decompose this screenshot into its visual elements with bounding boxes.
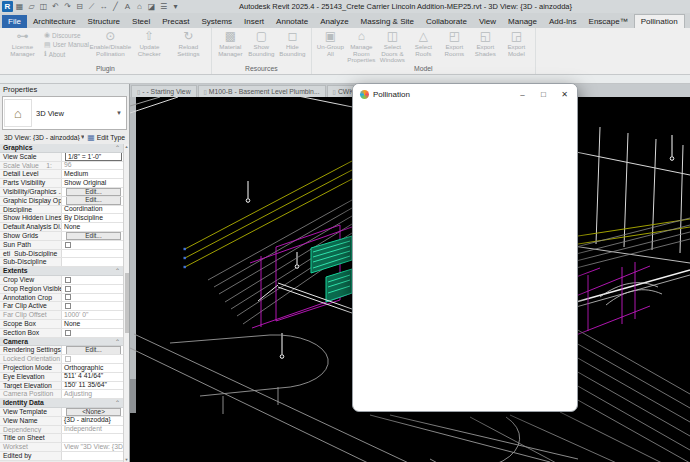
discourse-button[interactable]: ◉Discourse: [44, 31, 89, 39]
view-filter-dropdown[interactable]: 3D View: {3D - ainzodda} ▼: [2, 134, 84, 141]
export-shades-button[interactable]: ◱Export Shades: [470, 29, 501, 57]
manage-room-properties-button[interactable]: ⌂Manage Room Properties: [346, 29, 377, 64]
property-value[interactable]: Show Original: [62, 179, 123, 187]
ribbon-tab-steel[interactable]: Steel: [126, 15, 156, 28]
license-manager-button[interactable]: ⊶License Manager: [3, 29, 42, 57]
scroll-up-icon[interactable]: ▲: [125, 144, 129, 149]
measure-icon[interactable]: ⟋: [86, 1, 97, 12]
dialog-minimize-button[interactable]: –: [514, 87, 531, 102]
property-value[interactable]: Adjusting: [62, 390, 123, 398]
properties-scrollbar[interactable]: ▲ ▼: [123, 144, 129, 462]
ribbon-tab-precast[interactable]: Precast: [156, 15, 195, 28]
property-value[interactable]: 150' 11 35/64": [62, 382, 123, 390]
far-clip-active-checkbox[interactable]: [65, 303, 71, 309]
property-value[interactable]: [62, 452, 123, 460]
section-header-graphics[interactable]: Graphics⌃: [0, 144, 123, 153]
show-bounding-button[interactable]: ▢Show Bounding: [246, 29, 277, 57]
text-icon[interactable]: A: [122, 1, 133, 12]
property-value[interactable]: [62, 258, 123, 266]
locked-orientation-checkbox[interactable]: [65, 356, 71, 362]
view-tab-starting-view[interactable]: ▯- - Starting View: [131, 85, 197, 97]
model-line-icon[interactable]: ╱: [110, 1, 121, 12]
property-value[interactable]: By Discipline: [62, 214, 123, 222]
section-header-extents[interactable]: Extents⌃: [0, 267, 123, 276]
select-roofs-button[interactable]: △Select Roofs: [408, 29, 439, 57]
property-value[interactable]: 1000' 0": [62, 311, 123, 319]
window-icon[interactable]: ▦: [14, 1, 25, 12]
material-manager-button[interactable]: ▩Material Manager: [215, 29, 246, 57]
ribbon-tab-file[interactable]: File: [2, 15, 27, 28]
export-model-button[interactable]: ◲Export Model: [501, 29, 532, 57]
select-doors-windows-button[interactable]: ◫Select Doors & Windows: [377, 29, 408, 64]
ribbon-tab-systems[interactable]: Systems: [195, 15, 238, 28]
view-scale-input[interactable]: 1/8" = 1'-0": [65, 153, 122, 161]
update-checker-button[interactable]: ⇧Update Checker: [130, 29, 169, 57]
redo-icon[interactable]: ↷: [62, 1, 73, 12]
type-selector[interactable]: ⌂ 3D View ▼: [2, 96, 127, 130]
ribbon-tab-manage[interactable]: Manage: [502, 15, 543, 28]
dialog-maximize-button[interactable]: □: [535, 87, 552, 102]
view-tab-m100-b-basement-level-plumbin[interactable]: ▯M100-B - Basement Level Plumbin...: [198, 85, 326, 97]
section-icon[interactable]: ◪: [146, 1, 157, 12]
property-value[interactable]: Orthographic: [62, 364, 123, 372]
user-manual-button[interactable]: ▤User Manual: [44, 41, 89, 49]
save-icon[interactable]: ◫: [38, 1, 49, 12]
ribbon-tab-massing-site[interactable]: Massing & Site: [355, 15, 420, 28]
pollination-dialog-titlebar[interactable]: Pollination – □ ✕: [353, 84, 577, 104]
property-value[interactable]: {3D - ainzodda}: [62, 417, 123, 425]
ribbon-tab-analyze[interactable]: Analyze: [314, 15, 354, 28]
show-grids-edit-button[interactable]: Edit...: [66, 232, 121, 240]
section-header-camera[interactable]: Camera⌃: [0, 338, 123, 347]
about-button[interactable]: ℹAbout: [44, 50, 89, 58]
ribbon-tab-pollination[interactable]: Pollination: [634, 14, 685, 28]
ribbon-tab-insert[interactable]: Insert: [238, 15, 270, 28]
ribbon-tab-view[interactable]: View: [473, 15, 502, 28]
property-value[interactable]: 96: [62, 162, 123, 170]
property-value[interactable]: [62, 250, 123, 258]
section-box-checkbox[interactable]: [65, 330, 71, 336]
open-icon[interactable]: ▱: [26, 1, 37, 12]
property-value[interactable]: None: [62, 223, 123, 231]
annotation-crop-checkbox[interactable]: [65, 294, 71, 300]
property-value[interactable]: Medium: [62, 170, 123, 178]
property-value[interactable]: None: [62, 320, 123, 328]
visibility-graphics-edit-button[interactable]: Edit...: [66, 188, 121, 196]
view-template-edit-button[interactable]: <None>: [66, 408, 121, 416]
un-group-all-button[interactable]: ▣Un-Group All: [315, 29, 346, 57]
sun-path-checkbox[interactable]: [65, 242, 71, 248]
ribbon-tab-enscape[interactable]: Enscape™: [583, 15, 634, 28]
scrollbar-thumb[interactable]: [125, 273, 129, 333]
property-value[interactable]: 511' 4 41/64": [62, 373, 123, 381]
qat-customize-chevron[interactable]: ▾: [170, 1, 181, 12]
property-row-view-scale: View Scale1/8" = 1'-0": [0, 153, 123, 162]
property-value[interactable]: View "3D View: {3D -...: [62, 443, 123, 451]
ribbon-tab-collaborate[interactable]: Collaborate: [420, 15, 473, 28]
ribbon-tab-structure[interactable]: Structure: [82, 15, 126, 28]
export-rooms-button[interactable]: ◰Export Rooms: [439, 29, 470, 57]
aligned-dimension-icon[interactable]: ↔: [98, 1, 109, 12]
dialog-close-button[interactable]: ✕: [556, 87, 573, 102]
ribbon-tab-modify[interactable]: Modify: [685, 15, 690, 28]
property-row-sun-path: Sun Path: [0, 241, 123, 250]
print-icon[interactable]: ⊟: [74, 1, 85, 12]
hide-bounding-button[interactable]: ◻Hide Bounding: [277, 29, 308, 57]
undo-icon[interactable]: ↶: [50, 1, 61, 12]
property-value[interactable]: Independent: [62, 426, 123, 434]
section-header-identity-data[interactable]: Identity Data⌃: [0, 399, 123, 408]
edit-type-button[interactable]: ▦ Edit Type: [87, 133, 127, 142]
ribbon-tab-annotate[interactable]: Annotate: [270, 15, 314, 28]
thin-lines-icon[interactable]: ☰: [158, 1, 169, 12]
ribbon-tab-add-ins[interactable]: Add-Ins: [543, 15, 583, 28]
ribbon-tab-architecture[interactable]: Architecture: [27, 15, 82, 28]
property-value[interactable]: [62, 434, 123, 442]
crop-region-visible-checkbox[interactable]: [65, 286, 71, 292]
crop-view-checkbox[interactable]: [65, 277, 71, 283]
rendering-settings-edit-button[interactable]: Edit...: [66, 346, 121, 354]
revit-logo[interactable]: R: [2, 1, 13, 12]
scroll-down-icon[interactable]: ▼: [125, 457, 129, 462]
reload-settings-button[interactable]: ↻Reload Settings: [169, 29, 208, 57]
enable-disable-pollination-button[interactable]: ⊙Enable/Disable Pollination: [91, 29, 130, 57]
graphic-display-op-edit-button[interactable]: Edit...: [66, 197, 121, 205]
default-3d-view-icon[interactable]: ⌂: [134, 1, 145, 12]
property-value[interactable]: Coordination: [62, 206, 123, 214]
